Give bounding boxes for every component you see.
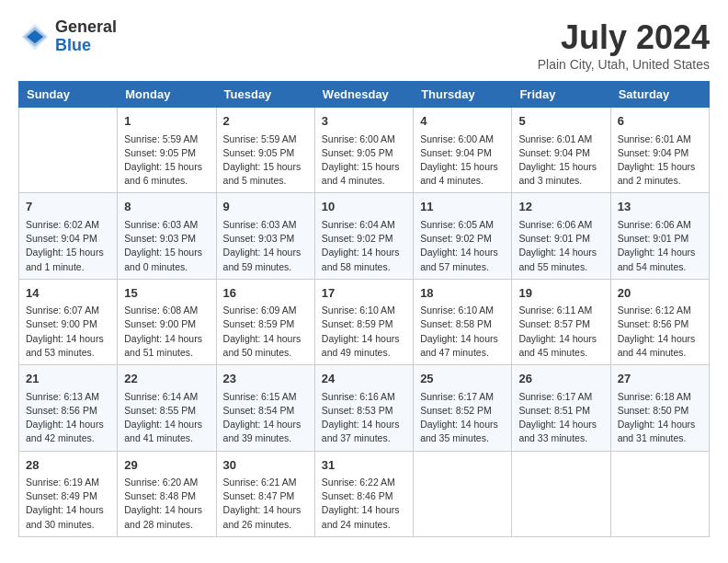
calendar-cell: 21Sunrise: 6:13 AM Sunset: 8:56 PM Dayli… (19, 365, 118, 451)
day-number: 15 (124, 284, 209, 303)
day-number: 17 (322, 284, 406, 303)
day-info: Sunrise: 6:01 AM Sunset: 9:04 PM Dayligh… (618, 132, 702, 189)
day-info: Sunrise: 6:08 AM Sunset: 9:00 PM Dayligh… (124, 304, 209, 360)
calendar-cell: 24Sunrise: 6:16 AM Sunset: 8:53 PM Dayli… (314, 365, 413, 451)
day-number: 16 (223, 284, 308, 303)
day-info: Sunrise: 6:14 AM Sunset: 8:55 PM Dayligh… (124, 390, 209, 446)
weekday-header-saturday: Saturday (610, 82, 709, 108)
calendar-cell: 4Sunrise: 6:00 AM Sunset: 9:04 PM Daylig… (414, 108, 512, 193)
day-info: Sunrise: 6:03 AM Sunset: 9:03 PM Dayligh… (124, 218, 209, 274)
weekday-header-tuesday: Tuesday (216, 82, 314, 108)
calendar-cell: 26Sunrise: 6:17 AM Sunset: 8:51 PM Dayli… (512, 365, 610, 451)
calendar-cell: 20Sunrise: 6:12 AM Sunset: 8:56 PM Dayli… (610, 279, 709, 364)
calendar-table: SundayMondayTuesdayWednesdayThursdayFrid… (18, 81, 710, 537)
day-number: 20 (618, 284, 702, 303)
day-number: 7 (26, 198, 110, 216)
location: Plain City, Utah, United States (538, 57, 710, 72)
calendar-header: SundayMondayTuesdayWednesdayThursdayFrid… (19, 82, 710, 108)
weekday-header-friday: Friday (512, 82, 610, 108)
day-info: Sunrise: 6:21 AM Sunset: 8:47 PM Dayligh… (223, 476, 308, 532)
calendar-cell: 2Sunrise: 5:59 AM Sunset: 9:05 PM Daylig… (216, 108, 314, 193)
day-number: 23 (223, 370, 308, 388)
calendar-cell: 16Sunrise: 6:09 AM Sunset: 8:59 PM Dayli… (216, 279, 314, 364)
day-number: 24 (322, 370, 406, 388)
day-number: 14 (26, 284, 110, 303)
calendar-cell: 15Sunrise: 6:08 AM Sunset: 9:00 PM Dayli… (118, 279, 216, 364)
calendar-cell: 6Sunrise: 6:01 AM Sunset: 9:04 PM Daylig… (610, 108, 709, 193)
day-info: Sunrise: 6:15 AM Sunset: 8:54 PM Dayligh… (223, 390, 308, 446)
calendar-cell: 5Sunrise: 6:01 AM Sunset: 9:04 PM Daylig… (512, 108, 610, 193)
calendar-cell: 7Sunrise: 6:02 AM Sunset: 9:04 PM Daylig… (19, 193, 118, 279)
day-number: 9 (223, 198, 308, 216)
day-info: Sunrise: 6:16 AM Sunset: 8:53 PM Dayligh… (322, 390, 406, 446)
calendar-cell (610, 451, 709, 536)
day-info: Sunrise: 6:11 AM Sunset: 8:57 PM Dayligh… (518, 304, 603, 360)
calendar-week-row: 1Sunrise: 5:59 AM Sunset: 9:05 PM Daylig… (19, 108, 710, 193)
calendar-cell: 9Sunrise: 6:03 AM Sunset: 9:03 PM Daylig… (216, 193, 314, 279)
day-info: Sunrise: 5:59 AM Sunset: 9:05 PM Dayligh… (223, 132, 308, 189)
day-number: 19 (518, 284, 603, 303)
calendar-cell: 10Sunrise: 6:04 AM Sunset: 9:02 PM Dayli… (314, 193, 413, 279)
day-number: 26 (518, 370, 603, 388)
day-info: Sunrise: 6:10 AM Sunset: 8:59 PM Dayligh… (322, 304, 406, 360)
day-info: Sunrise: 6:17 AM Sunset: 8:52 PM Dayligh… (420, 390, 505, 446)
day-number: 8 (124, 198, 209, 216)
day-number: 11 (420, 198, 505, 216)
day-info: Sunrise: 6:07 AM Sunset: 9:00 PM Dayligh… (26, 304, 110, 360)
day-info: Sunrise: 6:00 AM Sunset: 9:05 PM Dayligh… (322, 132, 406, 189)
weekday-header-wednesday: Wednesday (314, 82, 413, 108)
calendar-cell: 31Sunrise: 6:22 AM Sunset: 8:46 PM Dayli… (314, 451, 413, 536)
day-info: Sunrise: 5:59 AM Sunset: 9:05 PM Dayligh… (124, 132, 209, 189)
day-number: 21 (26, 370, 110, 388)
day-info: Sunrise: 6:04 AM Sunset: 9:02 PM Dayligh… (322, 218, 406, 274)
day-number: 18 (420, 284, 505, 303)
weekday-header-monday: Monday (118, 82, 216, 108)
logo-text: General Blue (55, 18, 117, 55)
calendar-cell: 12Sunrise: 6:06 AM Sunset: 9:01 PM Dayli… (512, 193, 610, 279)
day-info: Sunrise: 6:06 AM Sunset: 9:01 PM Dayligh… (618, 218, 702, 274)
calendar-cell: 27Sunrise: 6:18 AM Sunset: 8:50 PM Dayli… (610, 365, 709, 451)
day-info: Sunrise: 6:03 AM Sunset: 9:03 PM Dayligh… (223, 218, 308, 274)
weekday-header-thursday: Thursday (414, 82, 512, 108)
calendar-cell: 3Sunrise: 6:00 AM Sunset: 9:05 PM Daylig… (314, 108, 413, 193)
day-number: 30 (223, 456, 308, 475)
calendar-cell (414, 451, 512, 536)
day-info: Sunrise: 6:18 AM Sunset: 8:50 PM Dayligh… (618, 390, 702, 446)
calendar-body: 1Sunrise: 5:59 AM Sunset: 9:05 PM Daylig… (19, 108, 710, 537)
calendar-cell: 13Sunrise: 6:06 AM Sunset: 9:01 PM Dayli… (610, 193, 709, 279)
day-info: Sunrise: 6:02 AM Sunset: 9:04 PM Dayligh… (26, 218, 110, 274)
day-number: 22 (124, 370, 209, 388)
day-number: 2 (223, 112, 308, 131)
day-info: Sunrise: 6:05 AM Sunset: 9:02 PM Dayligh… (420, 218, 505, 274)
day-info: Sunrise: 6:20 AM Sunset: 8:48 PM Dayligh… (124, 476, 209, 532)
calendar-week-row: 28Sunrise: 6:19 AM Sunset: 8:49 PM Dayli… (19, 451, 710, 536)
calendar-cell: 18Sunrise: 6:10 AM Sunset: 8:58 PM Dayli… (414, 279, 512, 364)
day-number: 28 (26, 456, 110, 475)
calendar-cell: 11Sunrise: 6:05 AM Sunset: 9:02 PM Dayli… (414, 193, 512, 279)
day-number: 4 (420, 112, 505, 131)
day-info: Sunrise: 6:12 AM Sunset: 8:56 PM Dayligh… (618, 304, 702, 360)
calendar-cell (512, 451, 610, 536)
calendar-cell: 23Sunrise: 6:15 AM Sunset: 8:54 PM Dayli… (216, 365, 314, 451)
calendar-cell: 30Sunrise: 6:21 AM Sunset: 8:47 PM Dayli… (216, 451, 314, 536)
logo-icon (18, 20, 51, 53)
day-number: 6 (618, 112, 702, 131)
day-number: 12 (518, 198, 603, 216)
calendar-cell: 1Sunrise: 5:59 AM Sunset: 9:05 PM Daylig… (118, 108, 216, 193)
day-info: Sunrise: 6:09 AM Sunset: 8:59 PM Dayligh… (223, 304, 308, 360)
day-number: 13 (618, 198, 702, 216)
day-info: Sunrise: 6:17 AM Sunset: 8:51 PM Dayligh… (518, 390, 603, 446)
day-number: 27 (618, 370, 702, 388)
calendar-cell: 25Sunrise: 6:17 AM Sunset: 8:52 PM Dayli… (414, 365, 512, 451)
calendar-week-row: 21Sunrise: 6:13 AM Sunset: 8:56 PM Dayli… (19, 365, 710, 451)
day-number: 25 (420, 370, 505, 388)
calendar-cell: 14Sunrise: 6:07 AM Sunset: 9:00 PM Dayli… (19, 279, 118, 364)
month-title: July 2024 (538, 18, 710, 57)
day-number: 10 (322, 198, 406, 216)
day-number: 5 (518, 112, 603, 131)
day-info: Sunrise: 6:10 AM Sunset: 8:58 PM Dayligh… (420, 304, 505, 360)
day-info: Sunrise: 6:00 AM Sunset: 9:04 PM Dayligh… (420, 132, 505, 189)
weekday-row: SundayMondayTuesdayWednesdayThursdayFrid… (19, 82, 710, 108)
title-area: July 2024 Plain City, Utah, United State… (538, 18, 710, 72)
day-number: 29 (124, 456, 209, 475)
